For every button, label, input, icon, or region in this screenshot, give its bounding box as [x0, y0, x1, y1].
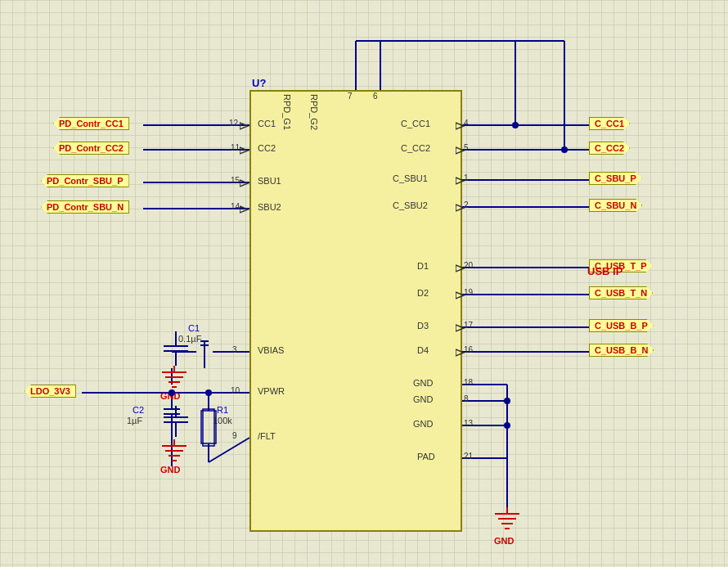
net-c-cc1: C_CC1: [589, 117, 630, 130]
net-pd-contr-sbu-p: PD_Contr_SBU_P: [41, 174, 129, 187]
net-pd-contr-sbu-n: PD_Contr_SBU_N: [41, 200, 129, 214]
svg-marker-76: [456, 178, 464, 184]
pin-gnd13-label: GND: [413, 419, 433, 429]
pin-arrow-sbu2: [240, 205, 252, 214]
pin-vpwr-label: VPWR: [258, 386, 285, 396]
pin-arrow-d2: [456, 290, 468, 300]
pin-d2-label: D2: [417, 288, 429, 298]
schematic-view: U? RPD_G1 RPD_G2 7 6 CC1 CC2 SBU1 SBU2 V…: [0, 0, 728, 567]
pin-flt-label: /FLT: [258, 431, 276, 441]
gnd-pad: [491, 507, 524, 540]
net-c-usb-t-n: C_USB_T_N: [589, 286, 653, 299]
junction-r1-vpwr: [205, 389, 212, 396]
usb-ip-label: USB IP: [587, 265, 622, 277]
gnd-c2: [158, 439, 191, 468]
net-c-usb-b-p: C_USB_B_P: [589, 319, 654, 332]
pin-num-14: 14: [231, 202, 240, 211]
pin-arrow-cc1: [240, 121, 252, 131]
c2-ref: C2: [133, 405, 144, 415]
net-pd-contr-cc1: PD_Contr_CC1: [53, 117, 129, 130]
pin-num-10: 10: [231, 386, 240, 395]
net-c-usb-b-n: C_USB_B_N: [589, 344, 654, 357]
ic-designator: U?: [252, 77, 266, 89]
pin-num-21: 21: [464, 452, 473, 461]
pin-cc2-label: CC2: [258, 143, 276, 153]
pin-arrow-d4: [456, 348, 468, 358]
pin-cc1-label: CC1: [258, 119, 276, 128]
pin-c-sbu2-label: C_SBU2: [393, 200, 428, 210]
pin-arrow-out-sbu2: [456, 203, 468, 213]
junction-gnd-8: [504, 398, 510, 404]
svg-marker-80: [456, 325, 464, 331]
junction-gnd-13: [504, 422, 510, 429]
ic-body: [249, 90, 462, 532]
pin-arrow-d1: [456, 263, 468, 273]
pin-gnd18-label: GND: [413, 378, 433, 388]
pin-arrow-sbu1: [240, 178, 252, 188]
svg-rect-63: [201, 411, 216, 443]
svg-marker-73: [240, 206, 248, 213]
rpd-g2-label: RPD_G2: [309, 94, 319, 130]
net-c-sbu-p: C_SBU_P: [589, 172, 642, 185]
pin-sbu2-label: SBU2: [258, 202, 281, 212]
svg-marker-70: [240, 123, 248, 129]
pin-c-cc2-label: C_CC2: [401, 143, 430, 153]
net-c-cc2: C_CC2: [589, 142, 630, 155]
pin-arrow-out-cc1: [456, 121, 468, 131]
pin-num-13: 13: [464, 419, 473, 428]
gnd-pad-label: GND: [494, 536, 514, 546]
net-ldo-3v3: LDO_3V3: [25, 385, 76, 398]
pin-num-6: 6: [373, 92, 378, 101]
svg-marker-72: [240, 180, 248, 187]
junction-c-cc1: [512, 122, 519, 128]
svg-marker-74: [456, 123, 464, 129]
svg-marker-71: [240, 147, 248, 154]
pin-c-sbu1-label: C_SBU1: [393, 173, 428, 183]
pin-gnd8-label: GND: [413, 394, 433, 404]
pin-num-9: 9: [232, 431, 237, 440]
junction-c-cc2: [561, 146, 568, 153]
net-pd-contr-cc2: PD_Contr_CC2: [53, 142, 129, 155]
gnd-c2-label: GND: [160, 465, 180, 475]
pin-d3-label: D3: [417, 321, 429, 331]
pin-num-18: 18: [464, 378, 473, 387]
pin-num-11: 11: [231, 143, 240, 152]
rpd-g1-label: RPD_G1: [282, 94, 292, 130]
pin-num-3: 3: [232, 345, 237, 354]
pin-d4-label: D4: [417, 345, 429, 355]
pin-arrow-d3: [456, 323, 468, 333]
svg-marker-78: [456, 265, 464, 272]
pin-sbu1-label: SBU1: [258, 176, 281, 186]
junction-vpwr: [169, 389, 175, 396]
pin-num-15: 15: [231, 176, 240, 185]
pin-arrow-out-sbu1: [456, 176, 468, 186]
pin-arrow-out-cc2: [456, 146, 468, 155]
pin-num-8: 8: [464, 394, 469, 403]
pin-d1-label: D1: [417, 261, 429, 271]
pin-vbias-label: VBIAS: [258, 345, 284, 355]
pin-num-12: 12: [229, 119, 238, 128]
net-c-sbu-n: C_SBU_N: [589, 199, 642, 212]
c2-value: 1µF: [127, 416, 142, 425]
svg-marker-75: [456, 147, 464, 154]
svg-marker-81: [456, 349, 464, 356]
svg-marker-77: [456, 205, 464, 211]
pin-c-cc1-label: C_CC1: [401, 119, 430, 128]
pin-arrow-cc2: [240, 146, 252, 155]
r1-symbol: [196, 406, 221, 451]
svg-marker-79: [456, 292, 464, 299]
pin-num-7: 7: [348, 92, 353, 101]
pin-pad-label: PAD: [417, 452, 435, 461]
